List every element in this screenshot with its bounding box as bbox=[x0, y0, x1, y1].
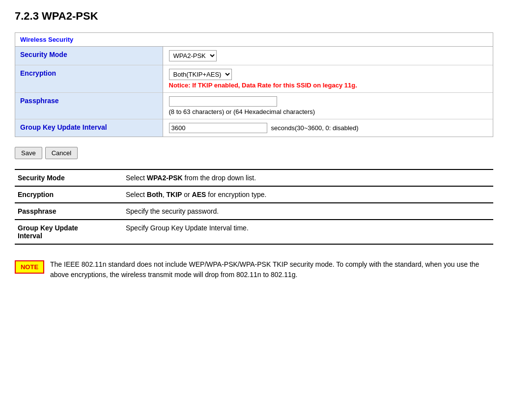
encryption-select-wrapper: Both(TKIP+AES) bbox=[169, 69, 487, 80]
passphrase-desc-def: Specify the security password. bbox=[123, 203, 493, 220]
group-key-desc-row: Group Key UpdateInterval Specify Group K… bbox=[15, 220, 493, 244]
passphrase-hint: (8 to 63 characters) or (64 Hexadecimal … bbox=[169, 108, 487, 115]
passphrase-desc-row: Passphrase Specify the security password… bbox=[15, 203, 493, 220]
group-key-input[interactable] bbox=[169, 123, 267, 133]
encryption-select[interactable]: Both(TKIP+AES) bbox=[169, 69, 232, 80]
group-key-desc-def: Specify Group Key Update Interval time. bbox=[123, 220, 493, 244]
group-key-row: Group Key Update Interval seconds(30~360… bbox=[15, 119, 493, 137]
security-mode-desc-term: Security Mode bbox=[15, 169, 123, 186]
security-mode-value-cell: WPA2-PSK bbox=[163, 47, 493, 65]
interval-row: seconds(30~3600, 0: disabled) bbox=[169, 123, 487, 133]
note-text: The IEEE 802.11n standard does not inclu… bbox=[50, 259, 493, 280]
wireless-security-panel: Wireless Security Security Mode WPA2-PSK… bbox=[15, 32, 493, 137]
encryption-value-cell: Both(TKIP+AES) Notice: If TKIP enabled, … bbox=[163, 65, 493, 93]
aes-bold: AES bbox=[192, 191, 206, 198]
security-mode-bold: WPA2-PSK bbox=[147, 174, 183, 182]
group-key-hint: seconds(30~3600, 0: disabled) bbox=[271, 124, 359, 132]
encryption-label: Encryption bbox=[15, 65, 163, 93]
description-table: Security Mode Select WPA2-PSK from the d… bbox=[15, 169, 493, 245]
passphrase-value-cell: (8 to 63 characters) or (64 Hexadecimal … bbox=[163, 93, 493, 119]
encryption-desc-def: Select Both, TKIP or AES for encryption … bbox=[123, 186, 493, 203]
security-mode-label: Security Mode bbox=[15, 47, 163, 65]
panel-header: Wireless Security bbox=[15, 33, 493, 47]
note-section: NOTE The IEEE 802.11n standard does not … bbox=[15, 259, 493, 280]
both-bold: Both bbox=[147, 191, 163, 198]
group-key-desc-term: Group Key UpdateInterval bbox=[15, 220, 123, 244]
passphrase-row: Passphrase (8 to 63 characters) or (64 H… bbox=[15, 93, 493, 119]
button-row: Save Cancel bbox=[15, 147, 493, 159]
group-key-label: Group Key Update Interval bbox=[15, 119, 163, 137]
page-title: 7.2.3 WPA2-PSK bbox=[15, 10, 493, 23]
security-mode-desc-row: Security Mode Select WPA2-PSK from the d… bbox=[15, 169, 493, 186]
save-button[interactable]: Save bbox=[15, 147, 42, 159]
encryption-notice: Notice: If TKIP enabled, Data Rate for t… bbox=[169, 82, 487, 89]
group-key-value-cell: seconds(30~3600, 0: disabled) bbox=[163, 119, 493, 137]
encryption-row: Encryption Both(TKIP+AES) Notice: If TKI… bbox=[15, 65, 493, 93]
passphrase-input[interactable] bbox=[169, 96, 277, 107]
note-badge: NOTE bbox=[15, 260, 44, 274]
tkip-bold: TKIP bbox=[166, 191, 182, 198]
form-table: Security Mode WPA2-PSK Encryption Both(T… bbox=[15, 47, 493, 137]
encryption-desc-row: Encryption Select Both, TKIP or AES for … bbox=[15, 186, 493, 203]
security-mode-row: Security Mode WPA2-PSK bbox=[15, 47, 493, 65]
cancel-button[interactable]: Cancel bbox=[45, 147, 78, 159]
encryption-desc-term: Encryption bbox=[15, 186, 123, 203]
security-mode-desc-def: Select WPA2-PSK from the drop down list. bbox=[123, 169, 493, 186]
passphrase-desc-term: Passphrase bbox=[15, 203, 123, 220]
security-mode-select[interactable]: WPA2-PSK bbox=[169, 50, 217, 61]
passphrase-label: Passphrase bbox=[15, 93, 163, 119]
